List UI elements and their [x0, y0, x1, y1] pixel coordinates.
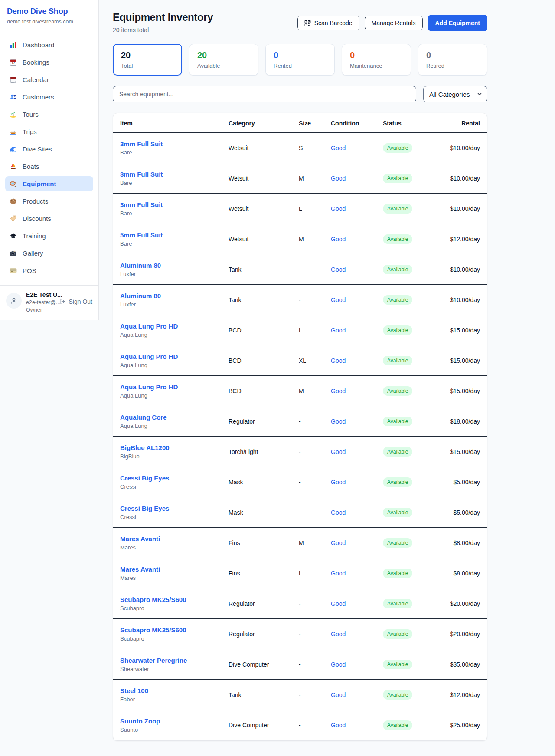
item-condition-link[interactable]: Good — [331, 327, 346, 334]
status-badge: Available — [383, 569, 412, 578]
item-condition-link[interactable]: Good — [331, 175, 346, 182]
tag-icon — [10, 215, 17, 222]
item-rental: $8.00/day — [444, 539, 480, 546]
stat-card-retired[interactable]: 0 Retired — [418, 44, 487, 76]
item-condition-link[interactable]: Good — [331, 691, 346, 698]
stat-card-available[interactable]: 20 Available — [189, 44, 258, 76]
item-rental: $35.00/day — [444, 661, 480, 668]
item-condition-link[interactable]: Good — [331, 388, 346, 394]
sign-out-button[interactable]: Sign Out — [59, 298, 92, 305]
item-name-link[interactable]: Aluminum 80 — [120, 292, 161, 299]
people-icon — [10, 93, 17, 101]
item-name-link[interactable]: Mares Avanti — [120, 565, 160, 573]
item-name-link[interactable]: Aqua Lung Pro HD — [120, 353, 178, 360]
item-name-link[interactable]: 3mm Full Suit — [120, 140, 163, 148]
item-condition-link[interactable]: Good — [331, 448, 346, 455]
table-row: Shearwater Peregrine Shearwater Dive Com… — [113, 649, 487, 680]
item-condition-link[interactable]: Good — [331, 418, 346, 425]
item-condition-link[interactable]: Good — [331, 236, 346, 243]
sidebar-item-dashboard[interactable]: Dashboard — [5, 37, 93, 53]
item-name-link[interactable]: 5mm Full Suit — [120, 231, 163, 239]
sidebar-item-tours[interactable]: Tours — [5, 107, 93, 122]
sidebar-item-discounts[interactable]: Discounts — [5, 211, 93, 226]
scan-barcode-button[interactable]: Scan Barcode — [297, 16, 359, 30]
sidebar-item-gallery[interactable]: Gallery — [5, 246, 93, 261]
item-name-link[interactable]: Aqua Lung Pro HD — [120, 383, 178, 391]
item-condition-link[interactable]: Good — [331, 600, 346, 607]
item-condition-link[interactable]: Good — [331, 205, 346, 212]
item-name-link[interactable]: Shearwater Peregrine — [120, 657, 187, 664]
sidebar-item-label: Calendar — [23, 76, 49, 83]
item-condition-link[interactable]: Good — [331, 631, 346, 638]
table-row: Aqua Lung Pro HD Aqua Lung BCD XL Good A… — [113, 345, 487, 376]
item-rental: $15.00/day — [444, 388, 480, 394]
status-badge: Available — [383, 356, 412, 365]
item-name-link[interactable]: Suunto Zoop — [120, 717, 160, 725]
item-name-link[interactable]: BigBlue AL1200 — [120, 444, 170, 451]
stat-card-total[interactable]: 20 Total — [113, 44, 182, 76]
item-name-link[interactable]: Scubapro MK25/S600 — [120, 626, 186, 634]
item-name-link[interactable]: Mares Avanti — [120, 535, 160, 542]
item-name-link[interactable]: Cressi Big Eyes — [120, 474, 169, 482]
item-name-link[interactable]: Aqualung Core — [120, 414, 167, 421]
sidebar-item-boats[interactable]: Boats — [5, 159, 93, 174]
svg-text:17: 17 — [12, 62, 15, 65]
item-rental: $15.00/day — [444, 448, 480, 455]
item-name-link[interactable]: 3mm Full Suit — [120, 171, 163, 178]
item-size: XL — [299, 357, 331, 364]
column-header-size: Size — [299, 120, 331, 127]
sidebar-item-calendar[interactable]: Calendar — [5, 72, 93, 87]
sidebar-item-customers[interactable]: Customers — [5, 89, 93, 105]
sidebar-item-dive-sites[interactable]: Dive Sites — [5, 141, 93, 157]
brand-block: Demo Dive Shop demo.test.divestreams.com — [0, 0, 98, 31]
sidebar-item-bookings[interactable]: 17 Bookings — [5, 55, 93, 70]
item-condition-link[interactable]: Good — [331, 570, 346, 577]
item-condition-link[interactable]: Good — [331, 145, 346, 151]
person-icon — [10, 296, 18, 305]
category-select[interactable]: All Categories — [423, 86, 487, 102]
item-size: S — [299, 145, 331, 151]
sign-out-icon — [59, 298, 66, 305]
stat-card-rented[interactable]: 0 Rented — [265, 44, 335, 76]
item-size: - — [299, 631, 331, 638]
item-size: - — [299, 448, 331, 455]
manage-rentals-button[interactable]: Manage Rentals — [365, 16, 423, 30]
item-size: - — [299, 418, 331, 425]
item-name-link[interactable]: Aqua Lung Pro HD — [120, 322, 178, 330]
item-name-link[interactable]: Cressi Big Eyes — [120, 505, 169, 512]
sidebar-item-equipment[interactable]: Equipment — [5, 176, 93, 191]
item-name-link[interactable]: Steel 100 — [120, 687, 148, 694]
item-condition-link[interactable]: Good — [331, 661, 346, 668]
sidebar-item-training[interactable]: Training — [5, 228, 93, 243]
item-condition-link[interactable]: Good — [331, 509, 346, 516]
item-brand: Luxfer — [120, 271, 229, 277]
item-condition-link[interactable]: Good — [331, 296, 346, 303]
item-name-link[interactable]: Aluminum 80 — [120, 262, 161, 269]
item-size: M — [299, 175, 331, 182]
sidebar-item-pos[interactable]: POS — [5, 263, 93, 278]
item-rental: $20.00/day — [444, 600, 480, 607]
item-rental: $10.00/day — [444, 145, 480, 151]
item-condition-link[interactable]: Good — [331, 722, 346, 729]
sidebar: Demo Dive Shop demo.test.divestreams.com… — [0, 0, 99, 320]
search-input[interactable] — [113, 86, 416, 102]
item-name-link[interactable]: Scubapro MK25/S600 — [120, 596, 186, 603]
item-category: Wetsuit — [229, 236, 299, 243]
manage-rentals-label: Manage Rentals — [372, 20, 416, 26]
stats-row: 20 Total 20 Available 0 Rented 0 Mainten… — [113, 44, 487, 76]
stat-card-maintenance[interactable]: 0 Maintenance — [342, 44, 411, 76]
status-badge: Available — [383, 417, 412, 426]
item-name-link[interactable]: 3mm Full Suit — [120, 201, 163, 208]
item-category: Wetsuit — [229, 175, 299, 182]
stat-label: Available — [197, 62, 250, 69]
add-equipment-button[interactable]: Add Equipment — [428, 15, 487, 31]
item-condition-link[interactable]: Good — [331, 539, 346, 546]
item-condition-link[interactable]: Good — [331, 357, 346, 364]
sidebar-item-trips[interactable]: Trips — [5, 124, 93, 139]
sidebar-item-products[interactable]: Products — [5, 194, 93, 209]
item-condition-link[interactable]: Good — [331, 266, 346, 273]
item-category: Fins — [229, 539, 299, 546]
item-condition-link[interactable]: Good — [331, 479, 346, 486]
item-rental: $10.00/day — [444, 266, 480, 273]
table-row: Mares Avanti Mares Fins M Good Available… — [113, 528, 487, 558]
